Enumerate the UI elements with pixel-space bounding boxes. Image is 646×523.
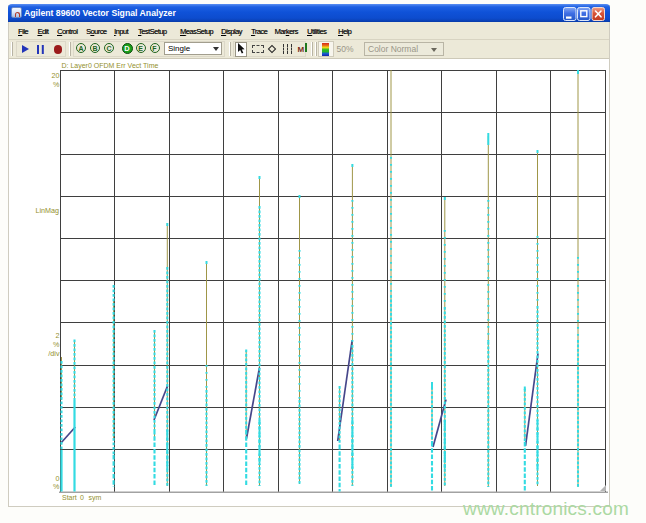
svg-text:20: 20 xyxy=(52,71,60,80)
svg-text:LinMag: LinMag xyxy=(35,206,59,215)
svg-text:%: % xyxy=(53,80,60,89)
svg-text:www.cntronics.com: www.cntronics.com xyxy=(462,498,629,519)
svg-text:0: 0 xyxy=(80,494,84,501)
svg-text:D: Layer0 OFDM Err Vect Time: D: Layer0 OFDM Err Vect Time xyxy=(62,62,159,70)
svg-text:sym: sym xyxy=(89,494,102,502)
svg-text:%: % xyxy=(53,482,60,491)
svg-text:/div: /div xyxy=(48,349,60,358)
svg-text:Start: Start xyxy=(62,494,77,501)
svg-text:%: % xyxy=(53,340,60,349)
